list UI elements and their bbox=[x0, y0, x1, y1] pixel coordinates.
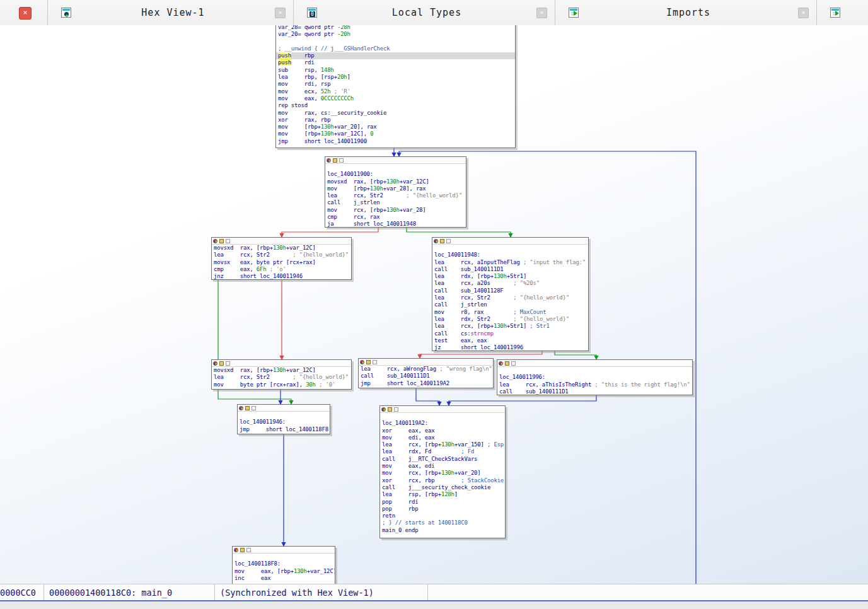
asm-line[interactable]: jnz short loc_140011946 bbox=[212, 273, 351, 280]
asm-line[interactable]: loc_140011946: bbox=[238, 419, 330, 426]
basic-block-loc_140011900[interactable]: loc_140011900:movsxd rax, [rbp+130h+var_… bbox=[325, 156, 466, 228]
asm-line[interactable]: loc_140011996: bbox=[497, 374, 692, 381]
asm-line[interactable]: xor rcx, rbp ; StackCookie bbox=[380, 477, 505, 484]
frame-icon[interactable] bbox=[373, 360, 377, 364]
asm-line[interactable]: mov rcx, [rbp+130h+var_28] bbox=[325, 207, 466, 214]
asm-line[interactable]: lea rcx, [rbp+130h+Str1] ; Str1 bbox=[432, 323, 588, 330]
tab-hex-view-1[interactable]: Hex View-1 ✕ bbox=[47, 0, 294, 25]
asm-line[interactable]: push rbp bbox=[276, 52, 515, 59]
asm-line[interactable]: mov eax, edi bbox=[380, 463, 505, 470]
asm-line[interactable]: lea rcx, a20s ; "%20s" bbox=[432, 280, 588, 287]
basic-block-loc_1400119A2[interactable]: loc_1400119A2:xor eax, eaxmov edi, eaxle… bbox=[379, 405, 506, 538]
color-wheel-icon[interactable] bbox=[499, 361, 503, 366]
asm-line[interactable]: call sub_1400111D1 bbox=[432, 266, 588, 273]
asm-line[interactable]: sub rsp, 148h bbox=[276, 67, 515, 74]
asm-line[interactable] bbox=[432, 245, 588, 252]
edit-icon[interactable] bbox=[505, 361, 509, 366]
asm-line[interactable]: mov rax, cs:__security_cookie bbox=[276, 110, 515, 117]
asm-line[interactable]: lea rbp, [rsp+20h] bbox=[276, 74, 515, 81]
frame-icon[interactable] bbox=[246, 548, 251, 552]
color-wheel-icon[interactable] bbox=[213, 239, 217, 243]
close-icon[interactable]: ✕ bbox=[275, 8, 286, 18]
asm-line[interactable]: loc_140011948: bbox=[432, 252, 588, 258]
asm-line[interactable] bbox=[380, 534, 505, 538]
basic-block-entry[interactable]: var_28= qword ptr -28hvar_20= qword ptr … bbox=[275, 25, 516, 148]
asm-line[interactable]: call sub_1400111D1 bbox=[359, 373, 493, 380]
basic-block-loc_140011946[interactable]: loc_140011946:jmp short loc_1400118F8 bbox=[237, 404, 330, 434]
edit-icon[interactable] bbox=[219, 239, 224, 243]
asm-line[interactable]: movsxd rax, [rbp+130h+var_12C] bbox=[212, 245, 351, 252]
asm-line[interactable]: cmp eax, 6Fh ; 'o' bbox=[212, 266, 351, 273]
asm-line[interactable]: movsxd rax, [rbp+130h+var_12C] bbox=[212, 367, 351, 374]
asm-line[interactable]: lea rcx, [rbp+130h+var_150] ; Esp bbox=[380, 441, 505, 448]
frame-icon[interactable] bbox=[252, 406, 256, 410]
asm-line[interactable]: jmp short loc_1400119A2 bbox=[359, 380, 493, 387]
asm-line[interactable]: call sub_14001128F bbox=[432, 287, 588, 294]
asm-line[interactable]: loc_1400118F8: bbox=[233, 560, 335, 567]
asm-line[interactable]: test eax, eax bbox=[432, 337, 588, 344]
asm-line[interactable]: inc eax bbox=[233, 575, 335, 582]
asm-line[interactable]: lea rcx, Str2 ; "{hello_world}" bbox=[432, 294, 588, 301]
asm-line[interactable]: ; __unwind { // j___GSHandlerCheck bbox=[276, 45, 515, 52]
asm-line[interactable] bbox=[497, 367, 692, 374]
asm-line[interactable]: lea rcx, Str2 ; "{hello_world}" bbox=[212, 252, 351, 258]
asm-line[interactable]: xor eax, eax bbox=[380, 427, 505, 434]
asm-line[interactable]: mov r8, rax ; MaxCount bbox=[432, 309, 588, 316]
asm-line[interactable]: jz short loc_140011996 bbox=[432, 344, 588, 351]
asm-line[interactable]: cmp rcx, rax bbox=[325, 214, 466, 221]
asm-line[interactable]: var_28= qword ptr -28h bbox=[276, 25, 515, 31]
basic-block-loc_140011996[interactable]: loc_140011996:lea rcx, aThisIsTheRight ;… bbox=[497, 359, 693, 395]
asm-line[interactable]: mov [rbp+130h+var_28], rax bbox=[325, 185, 466, 192]
asm-line[interactable]: jmp short loc_140011900 bbox=[276, 138, 515, 145]
edit-icon[interactable] bbox=[388, 407, 392, 412]
asm-line[interactable]: mov eax, [rbp+130h+var_12C] bbox=[233, 568, 335, 575]
color-wheel-icon[interactable] bbox=[234, 548, 238, 552]
edit-icon[interactable] bbox=[219, 361, 224, 366]
asm-line[interactable]: rep stosd bbox=[276, 102, 515, 109]
asm-line[interactable]: loc_1400119A2: bbox=[380, 420, 505, 427]
asm-line[interactable]: call j_strlen bbox=[325, 199, 466, 206]
asm-line[interactable]: call sub_1400111D1 bbox=[497, 388, 692, 395]
asm-line[interactable]: lea rdx, Fd ; Fd bbox=[380, 448, 505, 455]
asm-line[interactable] bbox=[380, 413, 505, 420]
asm-line[interactable]: mov rdi, rsp bbox=[276, 81, 515, 88]
asm-line[interactable]: ; } // starts at 1400118C0 bbox=[380, 519, 505, 526]
edit-icon[interactable] bbox=[245, 406, 250, 410]
frame-icon[interactable] bbox=[394, 407, 398, 412]
asm-line[interactable]: main_0 endp bbox=[380, 527, 505, 534]
frame-icon[interactable] bbox=[226, 361, 230, 366]
tab-exports-partial[interactable] bbox=[816, 0, 868, 25]
asm-line[interactable] bbox=[276, 38, 515, 45]
graph-area[interactable]: var_28= qword ptr -28hvar_20= qword ptr … bbox=[0, 25, 868, 584]
asm-line[interactable] bbox=[233, 554, 335, 560]
frame-icon[interactable] bbox=[339, 158, 344, 163]
asm-line[interactable]: call j__RTC_CheckStackVars bbox=[380, 456, 505, 463]
asm-line[interactable]: retn bbox=[380, 513, 505, 519]
asm-line[interactable]: ja short loc_140011948 bbox=[325, 221, 466, 228]
asm-line[interactable]: lea rdx, Str2 ; "{hello_world}" bbox=[432, 316, 588, 323]
color-wheel-icon[interactable] bbox=[213, 361, 217, 366]
asm-line[interactable]: mov [rbp+130h+var_20], rax bbox=[276, 124, 515, 130]
asm-line[interactable]: jmp short loc_1400118F8 bbox=[238, 426, 330, 433]
asm-line[interactable]: mov [rbp+130h+var_12C], 0 bbox=[276, 130, 515, 137]
close-icon[interactable]: ✕ bbox=[798, 8, 809, 18]
asm-line[interactable]: xor rax, rbp bbox=[276, 117, 515, 124]
asm-line[interactable]: lea rcx, Str2 ; "{hello_world}" bbox=[212, 374, 351, 381]
asm-line[interactable]: pop rbp bbox=[380, 506, 505, 513]
color-wheel-icon[interactable] bbox=[327, 158, 331, 163]
color-wheel-icon[interactable] bbox=[381, 407, 386, 412]
frame-icon[interactable] bbox=[446, 239, 451, 243]
basic-block-wrong-flag[interactable]: lea rcx, aWrongFlag ; "wrong flag\n"call… bbox=[358, 358, 494, 388]
asm-line[interactable]: movsxd rax, [rbp+130h+var_12C] bbox=[325, 178, 466, 185]
basic-block-check-char[interactable]: movsxd rax, [rbp+130h+var_12C]lea rcx, S… bbox=[211, 237, 352, 280]
close-red-icon[interactable]: ✕ bbox=[19, 7, 32, 20]
edit-icon[interactable] bbox=[440, 239, 444, 243]
asm-line[interactable]: movsx eax, byte ptr [rcx+rax] bbox=[212, 259, 351, 266]
asm-line[interactable]: mov eax, 0CCCCCCCCh bbox=[276, 95, 515, 102]
asm-line[interactable]: lea rcx, aWrongFlag ; "wrong flag\n" bbox=[359, 366, 493, 373]
asm-line[interactable]: mov rcx, [rbp+130h+var_20] bbox=[380, 470, 505, 477]
color-wheel-icon[interactable] bbox=[360, 360, 364, 364]
asm-line[interactable]: mov byte ptr [rcx+rax], 30h ; '0' bbox=[212, 381, 351, 388]
close-icon[interactable]: ✕ bbox=[536, 8, 547, 18]
tab-imports[interactable]: Imports ✕ bbox=[555, 0, 817, 25]
